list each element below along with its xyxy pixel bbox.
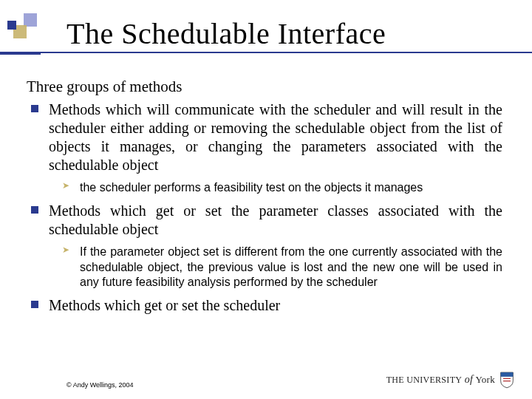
logo-of: of [465, 374, 474, 385]
sub-list: the scheduler performs a feasibility tes… [49, 180, 502, 196]
title-underline-accent [0, 53, 41, 55]
shield-icon [499, 371, 514, 389]
bullet-text: Methods which get or set the scheduler [49, 297, 280, 313]
sub-list-item: the scheduler performs a feasibility tes… [62, 180, 502, 196]
footer: © Andy Wellings, 2004 THE UNIVERSITY of … [0, 371, 532, 389]
copyright: © Andy Wellings, 2004 [66, 381, 134, 389]
list-item: Methods which get or set the scheduler [30, 296, 502, 315]
logo-text: THE UNIVERSITY of York [386, 374, 495, 386]
slide-subtitle: Three groups of methods [27, 78, 502, 96]
logo-name: York [475, 374, 495, 385]
slide-title: The Schedulable Interface [66, 16, 502, 51]
bullet-text: Methods which get or set the parameter c… [49, 202, 502, 237]
list-item: Methods which will communicate with the … [30, 100, 502, 196]
list-item: Methods which get or set the parameter c… [30, 202, 502, 290]
title-underline [0, 52, 532, 53]
slide: The Schedulable Interface Three groups o… [0, 0, 532, 399]
sub-list: If the parameter object set is different… [49, 245, 502, 290]
bullet-list: Methods which will communicate with the … [30, 100, 502, 315]
bullet-text: Methods which will communicate with the … [49, 101, 502, 173]
university-logo: THE UNIVERSITY of York [386, 371, 514, 389]
logo-prefix: THE UNIVERSITY [386, 375, 463, 385]
title-decoration [7, 13, 40, 58]
sub-list-item: If the parameter object set is different… [62, 245, 502, 290]
